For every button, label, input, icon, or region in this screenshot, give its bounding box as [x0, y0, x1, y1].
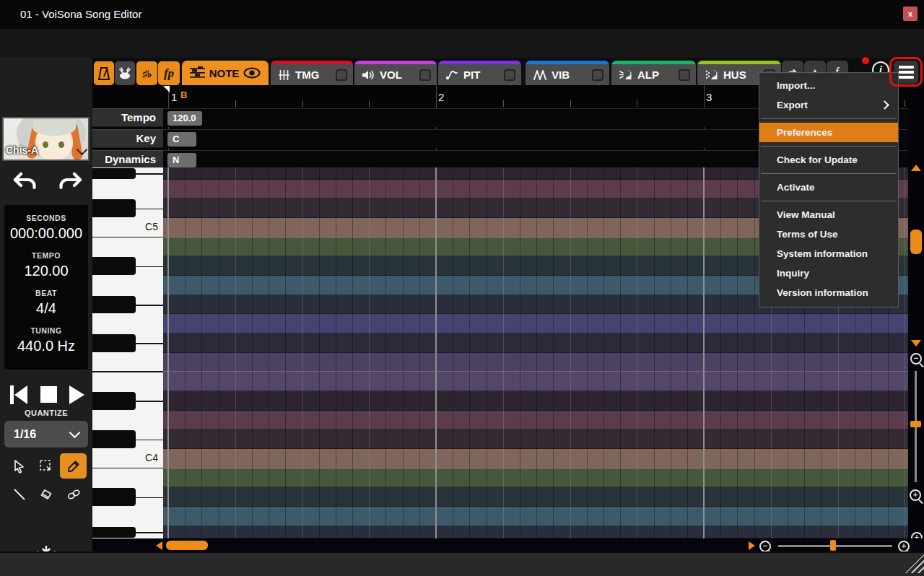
tempo-event-badge[interactable]: 120.0	[167, 111, 202, 126]
piano-black-key-C#4[interactable]	[92, 430, 136, 448]
grid-row-B3	[163, 468, 908, 488]
dynamics-event-badge[interactable]: N	[167, 153, 196, 167]
tab-vol[interactable]: VOL	[354, 61, 437, 85]
stop-button[interactable]	[40, 386, 57, 403]
drum-toggle-button[interactable]	[115, 61, 135, 85]
scroll-up-button[interactable]	[911, 165, 921, 171]
vertical-zoom-in-icon[interactable]: +	[910, 489, 921, 501]
note-staff-icon	[190, 66, 205, 79]
grid-line	[587, 167, 588, 538]
menu-item-check-for-update[interactable]: Check for Update	[759, 150, 898, 170]
grid-row-A3	[163, 507, 908, 526]
tab-vol-checkbox[interactable]	[419, 69, 431, 81]
vertical-zoom-thumb[interactable]	[910, 421, 921, 427]
timing-icon	[278, 69, 290, 81]
pencil-tool-button[interactable]	[60, 453, 87, 479]
piano-black-key-D#4[interactable]	[92, 392, 136, 410]
piano-black-key-G#4[interactable]	[92, 296, 136, 314]
metronome-toggle-button[interactable]	[94, 61, 114, 85]
horizontal-zoom-out-icon[interactable]: −	[759, 541, 771, 552]
piano-keyboard[interactable]: C5C4	[92, 167, 163, 538]
tab-pit-checkbox[interactable]	[504, 69, 515, 81]
quantize-value: 1/16	[14, 428, 36, 441]
pointer-tool-button[interactable]	[6, 453, 32, 479]
vertical-scrollbar-thumb[interactable]	[910, 230, 922, 254]
tab-pit[interactable]: PIT	[438, 61, 521, 85]
tab-vib-checkbox[interactable]	[592, 69, 603, 81]
tab-tmg[interactable]: TMG	[271, 61, 353, 85]
grid-line	[302, 167, 303, 538]
pointer-icon	[12, 459, 27, 474]
window-title: 01 - VoiSona Song Editor	[20, 8, 141, 20]
tab-note[interactable]: NOTE	[182, 61, 269, 85]
marquee-select-tool-button[interactable]	[32, 453, 59, 479]
piano-black-key-F#4[interactable]	[92, 334, 136, 352]
scroll-left-button[interactable]	[156, 541, 162, 550]
menu-item-activate[interactable]: Activate	[759, 178, 898, 197]
left-sidebar: Chis-A SECONDS 000:00.000 TEMPO 120.00 B…	[0, 58, 92, 551]
piano-black-key-A#4[interactable]	[92, 257, 136, 275]
ruler-beat-tick	[235, 100, 236, 107]
piano-black-key-A#3[interactable]	[92, 488, 136, 506]
key-event-badge[interactable]: C	[167, 132, 196, 147]
grid-line	[536, 167, 537, 538]
grid-line	[603, 167, 604, 538]
menu-item-view-manual[interactable]: View Manual	[759, 205, 898, 224]
vertical-zoom-out-icon[interactable]: −	[910, 353, 922, 365]
scroll-right-button[interactable]	[749, 541, 755, 550]
eraser-tool-button[interactable]	[32, 481, 59, 507]
visibility-eye-icon[interactable]	[243, 67, 261, 79]
grid-row-C#4	[163, 429, 908, 449]
piano-black-key-G#3[interactable]	[92, 527, 136, 538]
menu-item-preferences[interactable]: Preferences	[759, 123, 898, 142]
key-signature-toggle-button[interactable]: ♯♭	[136, 61, 157, 85]
undo-button[interactable]	[12, 170, 38, 196]
submenu-chevron-icon	[880, 100, 889, 110]
close-button[interactable]: x	[903, 6, 918, 21]
grid-line	[235, 167, 236, 538]
grid-line	[285, 167, 286, 538]
menu-item-system-information[interactable]: System information	[759, 244, 898, 263]
horizontal-zoom-thumb[interactable]	[830, 540, 836, 551]
dynamics-toggle-button[interactable]: fp	[158, 61, 180, 85]
tab-alp-checkbox[interactable]	[679, 69, 690, 81]
tempo-value: 120.00	[24, 263, 68, 279]
menu-item-version-information[interactable]: Version information	[759, 283, 898, 302]
ruler-beat-tick	[503, 100, 504, 107]
tie-tool-button[interactable]	[60, 481, 87, 507]
line-tool-button[interactable]	[6, 481, 32, 507]
quantize-chevron-down-icon	[69, 427, 81, 439]
redo-button[interactable]	[58, 170, 84, 196]
piano-black-key-C#5[interactable]	[92, 199, 136, 217]
menu-item-terms-of-use[interactable]: Terms of Use	[759, 224, 898, 244]
grid-line	[419, 167, 420, 538]
quantize-dropdown[interactable]: 1/16	[4, 421, 88, 448]
grid-line	[620, 167, 621, 538]
play-button[interactable]	[69, 385, 84, 404]
playhead-marker[interactable]	[163, 86, 170, 92]
grid-line	[737, 167, 738, 538]
horizontal-zoom-in-icon[interactable]: +	[898, 541, 910, 552]
grid-row-F#4	[163, 333, 908, 353]
scroll-down-button[interactable]	[911, 340, 921, 346]
quantize-label: QUANTIZE	[0, 409, 92, 417]
transport-controls	[0, 381, 92, 410]
go-to-start-button[interactable]	[10, 385, 29, 404]
measure-line	[435, 167, 437, 538]
tab-alp[interactable]: ALP	[611, 61, 696, 85]
tab-tmg-checkbox[interactable]	[336, 69, 347, 81]
tab-alp-stripe	[611, 61, 696, 64]
menu-item-export[interactable]: Export	[759, 95, 898, 115]
tab-vib[interactable]: VIB	[526, 61, 609, 85]
beat-marker-b[interactable]: B	[180, 90, 187, 100]
tab-pit-label: PIT	[463, 69, 480, 81]
annotation-highlight-box	[889, 57, 923, 87]
horizontal-scrollbar-thumb[interactable]	[166, 541, 208, 550]
tab-vib-label: VIB	[552, 69, 570, 81]
grid-line	[570, 167, 571, 538]
grid-line	[403, 167, 404, 538]
menu-item-import[interactable]: Import...	[759, 76, 898, 95]
piano-black-key-D#5[interactable]	[92, 168, 136, 179]
menu-item-inquiry[interactable]: Inquiry	[759, 263, 898, 283]
ruler-beat-tick	[302, 100, 303, 107]
